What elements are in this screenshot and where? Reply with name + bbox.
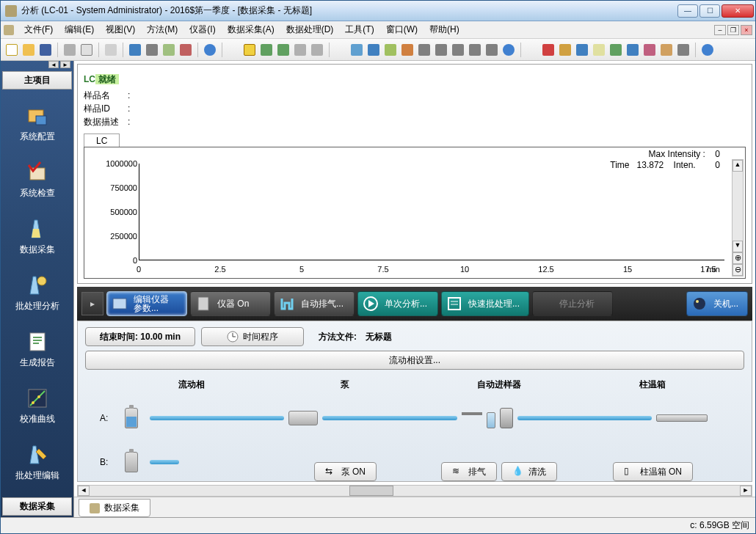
tb-help2[interactable] — [699, 42, 716, 58]
tb-open[interactable] — [21, 42, 37, 58]
tb-s1[interactable] — [349, 42, 365, 58]
tb-p2[interactable] — [557, 42, 573, 58]
tb-p7[interactable] — [641, 42, 658, 58]
sampler-icon[interactable] — [462, 408, 513, 428]
tb-p1[interactable] — [540, 42, 556, 58]
tb-s2[interactable] — [366, 42, 382, 58]
tb-g4[interactable] — [309, 42, 325, 58]
sidebar-item-batchedit[interactable]: 批处理编辑 — [1, 436, 73, 492]
scroll-up-icon[interactable]: ▲ — [733, 160, 743, 172]
tb-s10[interactable] — [501, 42, 517, 58]
chart-vscroll[interactable]: ▲ ▼ ⊕ ⊖ — [732, 159, 744, 277]
tb-p5[interactable] — [608, 42, 624, 58]
btn-purge[interactable]: ≋排气 — [441, 462, 497, 481]
purge-icon — [277, 294, 297, 313]
mdi-close[interactable]: × — [741, 25, 752, 35]
mdi-restore[interactable]: ❐ — [727, 25, 739, 35]
sidebar-header[interactable]: 主项目 — [2, 71, 72, 89]
minimize-button[interactable]: — — [677, 4, 698, 18]
tb-panel1[interactable] — [127, 42, 143, 58]
tb-new[interactable] — [4, 42, 20, 58]
pump-icon[interactable] — [288, 411, 318, 425]
tab-lc[interactable]: LC — [84, 134, 120, 147]
tb-print[interactable] — [62, 42, 78, 58]
menu-tools[interactable]: 工具(T) — [339, 21, 379, 38]
tb-s4[interactable] — [399, 42, 415, 58]
tb-p3[interactable] — [574, 42, 590, 58]
tb-panel4[interactable] — [178, 42, 194, 58]
menu-view[interactable]: 视图(V) — [100, 21, 141, 38]
tb-g3[interactable] — [292, 42, 308, 58]
tb-p8[interactable] — [658, 42, 675, 58]
application-window: 分析 (LC-01 - System Administrator) - 2016… — [0, 0, 756, 534]
scroll-left-icon[interactable]: ◄ — [78, 486, 90, 496]
menu-instrument[interactable]: 仪器(I) — [183, 21, 221, 38]
btn-shutdown[interactable]: 关机... — [686, 291, 748, 316]
tb-s8[interactable] — [467, 42, 483, 58]
menu-window[interactable]: 窗口(W) — [380, 21, 424, 38]
menu-acquire[interactable]: 数据采集(A) — [222, 21, 280, 38]
tb-p6[interactable] — [625, 42, 641, 58]
bottom-tab-acquire[interactable]: 数据采集 — [79, 499, 150, 517]
maximize-button[interactable]: ☐ — [699, 4, 720, 18]
scroll-down-icon[interactable]: ▼ — [733, 241, 743, 252]
scroll-right-icon[interactable]: ► — [740, 486, 752, 496]
tb-s3[interactable] — [382, 42, 399, 58]
flow-diagram: 流动相 泵 自动进样器 柱温箱 A: — [85, 378, 744, 481]
tb-panel3[interactable] — [161, 42, 177, 58]
close-button[interactable]: ✕ — [722, 4, 754, 18]
btn-pump-on[interactable]: ⇆泵 ON — [314, 462, 377, 481]
btn-edit-params[interactable]: 编辑仪器 参数... — [106, 291, 187, 316]
sidebar-item-batch[interactable]: 批处理分析 — [1, 266, 73, 323]
column-icon[interactable] — [656, 414, 708, 422]
sidebar-item-acquire[interactable]: 数据采集 — [1, 210, 73, 266]
btn-single-run[interactable]: 单次分析... — [357, 291, 438, 316]
menu-process[interactable]: 数据处理(D) — [280, 21, 340, 38]
btn-instrument-on[interactable]: 仪器 On — [190, 291, 271, 316]
btn-oven-on[interactable]: ▯柱温箱 ON — [613, 462, 693, 481]
sidebar-item-calib[interactable]: 校准曲线 — [1, 379, 73, 436]
svg-point-13 — [696, 300, 699, 303]
menu-help[interactable]: 帮助(H) — [424, 21, 465, 38]
tb-g2[interactable] — [275, 42, 291, 58]
bottle-a-icon[interactable] — [125, 408, 138, 428]
btn-mobile-phase[interactable]: 流动相设置... — [85, 351, 744, 370]
sidebar-footer[interactable]: 数据采集 — [2, 497, 72, 516]
action-expand-icon[interactable]: ▸ — [81, 292, 103, 315]
btn-label: 编辑仪器 参数... — [134, 295, 169, 312]
chromatogram-chart[interactable]: Max Intensity : 0 Time 13.872 Inten. 0 1… — [84, 147, 746, 279]
tb-copy[interactable] — [103, 42, 119, 58]
tb-g1[interactable] — [258, 42, 275, 58]
btn-time-program[interactable]: 时间程序 — [201, 327, 304, 346]
sidebar-prev[interactable]: ◄ — [48, 61, 59, 68]
end-time-display[interactable]: 结束时间: 10.00 min — [85, 327, 195, 346]
menu-method[interactable]: 方法(M) — [141, 21, 183, 38]
tb-panel2[interactable] — [144, 42, 160, 58]
tb-save[interactable] — [37, 42, 54, 58]
tb-run[interactable] — [241, 42, 258, 58]
btn-auto-purge[interactable]: 自动排气... — [274, 291, 355, 316]
status-panel: LC就绪 样品名: 样品ID: 数据描述: LC Max Intensity :… — [77, 64, 752, 284]
zoom-in-icon[interactable]: ⊕ — [733, 252, 743, 264]
menu-file[interactable]: 文件(F) — [18, 21, 59, 38]
sidebar-item-check[interactable]: 系统检查 — [1, 153, 73, 210]
tb-p4[interactable] — [591, 42, 607, 58]
btn-rinse[interactable]: 💧清洗 — [501, 462, 557, 481]
header-oven: 柱温箱 — [576, 378, 730, 391]
settings-hscroll[interactable]: ◄ ► — [77, 485, 752, 497]
menu-edit[interactable]: 编辑(E) — [59, 21, 100, 38]
tb-s5[interactable] — [416, 42, 432, 58]
sidebar-item-report[interactable]: 生成报告 — [1, 323, 73, 379]
tb-help[interactable] — [202, 42, 218, 58]
tb-s9[interactable] — [484, 42, 500, 58]
tb-preview[interactable] — [79, 42, 95, 58]
tb-s6[interactable] — [433, 42, 449, 58]
zoom-out-icon[interactable]: ⊖ — [733, 264, 743, 276]
sidebar-item-config[interactable]: 系统配置 — [1, 97, 73, 153]
btn-quick-batch[interactable]: 快速批处理... — [441, 291, 529, 316]
mdi-minimize[interactable]: – — [714, 25, 726, 35]
tb-s7[interactable] — [450, 42, 466, 58]
tb-p9[interactable] — [675, 42, 691, 58]
sidebar-next[interactable]: ► — [60, 61, 70, 68]
scroll-thumb[interactable] — [349, 486, 393, 496]
